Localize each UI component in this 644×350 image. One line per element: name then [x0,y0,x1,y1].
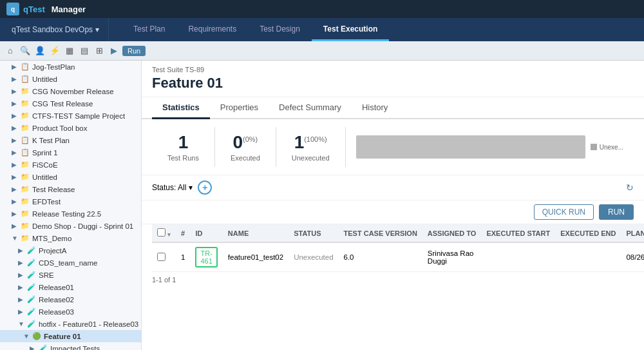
legend-dot-unexecuted [591,144,597,150]
toolbar-expand-icon[interactable]: ⊞ [93,44,106,57]
sidebar-item-cds-team[interactable]: ▶ 🧪 CDS_team_name [0,257,141,269]
tree-arrow: ▶ [12,161,18,168]
tab-defect-summary[interactable]: Defect Summary [269,97,352,119]
refresh-button[interactable]: ↻ [626,182,634,193]
sidebar-item-release03[interactable]: ▶ 🧪 Release03 [0,306,141,318]
tab-properties[interactable]: Properties [210,97,269,119]
tree-arrow: ▶ [12,112,18,119]
col-planned-start[interactable]: PLANNED START [621,224,644,242]
folder-icon: 📁 [21,234,30,242]
toolbar-play-icon[interactable]: ▶ [108,44,120,57]
sidebar-item-test-release[interactable]: ▶ 📁 Test Release [0,183,141,195]
folder-icon: 📁 [21,209,30,218]
sidebar-item-feature01[interactable]: ▼ 🟢 Feature 01 [0,330,141,342]
sidebar-item-mts-demo[interactable]: ▼ 📁 MTS_Demo [0,232,141,244]
row-tc-version: 6.0 [339,242,422,272]
chart-bar [356,135,585,159]
row-id: TR-461 [190,242,222,272]
sidebar-item-jog-testplan[interactable]: ▶ 📋 Jog-TestPlan [0,61,141,73]
folder-icon: 📁 [21,124,30,132]
tab-test-plan[interactable]: Test Plan [122,18,176,41]
tree-arrow: ▶ [12,222,18,229]
tab-test-design[interactable]: Test Design [248,18,312,41]
sidebar-item-csg-november[interactable]: ▶ 📁 CSG November Release [0,85,141,97]
sidebar-item-demo-shop[interactable]: ▶ 📁 Demo Shop - Duggi - Sprint 01 [0,220,141,232]
status-badge: Unexecuted [294,253,333,261]
chart-legend: Unexe... [591,144,623,151]
sidebar-label: Jog-TestPlan [32,63,75,71]
toolbar-user-icon[interactable]: 👤 [33,44,46,57]
tab-test-execution[interactable]: Test Execution [312,18,389,41]
sidebar-label: FiSCoE [32,161,58,169]
sidebar-item-efdtest[interactable]: ▶ 📁 EFDTest [0,195,141,208]
toolbar-home-icon[interactable]: ⌂ [4,44,17,57]
app-product: Manager [52,5,86,14]
sidebar-item-hotfix[interactable]: ▼ 🧪 hotfix - Feature01 - Release03 [0,318,141,330]
feature-icon: 🟢 [32,332,41,340]
content-area: Test Suite TS-89 Feature 01 Statistics P… [142,61,644,350]
sidebar-item-k-test-plan[interactable]: ▶ 📋 K Test Plan [0,134,141,146]
plan-icon: 📋 [21,63,30,71]
sidebar-item-release02[interactable]: ▶ 🧪 Release02 [0,293,141,306]
test-icon: 🧪 [27,271,36,279]
toolbar-filter-icon[interactable]: ⚡ [48,44,61,57]
col-status[interactable]: STATUS [289,224,338,242]
tree-arrow: ▶ [18,271,24,278]
tree-arrow: ▶ [12,63,18,70]
unexecuted-label: Unexecuted [292,154,330,162]
toolbar-search-icon[interactable]: 🔍 [19,44,32,57]
tab-statistics[interactable]: Statistics [152,97,210,119]
sidebar-label: Release02 [39,296,74,304]
project-dropdown[interactable]: qTest Sandbox DevOps ▾ [6,18,109,41]
sidebar-label: Release Testing 22.5 [32,210,101,218]
run-button[interactable]: RUN [599,204,634,220]
unexecuted-pct: (100%) [304,135,327,143]
test-icon: 🧪 [27,246,36,255]
stat-test-runs: 1 Test Runs [152,127,215,167]
col-executed-start[interactable]: EXECUTED START [481,224,555,242]
sidebar-item-product-toolbox[interactable]: ▶ 📁 Product Tool box [0,122,141,134]
tab-requirements[interactable]: Requirements [176,18,248,41]
col-executed-end[interactable]: EXECUTED END [555,224,621,242]
tree-arrow: ▶ [30,345,36,350]
project-name: qTest Sandbox DevOps [12,25,93,34]
col-number[interactable]: # [176,224,190,242]
select-all-checkbox[interactable] [157,228,166,237]
sidebar-item-ctfs[interactable]: ▶ 📁 CTFS-TEST Sample Project [0,110,141,122]
quick-run-button[interactable]: QUICK RUN [534,204,594,220]
tr-link[interactable]: TR-461 [195,247,217,267]
sidebar-item-sre[interactable]: ▶ 🧪 SRE [0,269,141,281]
tree-arrow: ▶ [18,296,24,303]
col-id[interactable]: ID [190,224,222,242]
nav-bar: qTest Sandbox DevOps ▾ Test Plan Require… [0,18,644,41]
app-name: qTest [23,5,45,14]
toolbar-layout-icon[interactable]: ▤ [78,44,91,57]
sidebar-item-release01[interactable]: ▶ 🧪 Release01 [0,281,141,293]
tree-arrow: ▶ [12,186,18,193]
add-filter-button[interactable]: + [198,180,212,195]
stats-section: 1 Test Runs 0(0%) Executed 1(100%) Unexe… [142,119,644,175]
folder-icon: 📁 [21,185,30,193]
row-checkbox[interactable] [157,253,166,261]
status-filter[interactable]: Status: All ▾ [152,183,193,192]
tab-history[interactable]: History [352,97,398,119]
toolbar-run-button[interactable]: Run [122,46,146,56]
sidebar-item-fiscoe[interactable]: ▶ 📁 FiSCoE [0,159,141,171]
tree-arrow: ▶ [18,284,24,291]
stat-executed: 0(0%) Executed [215,127,276,167]
sidebar-item-release-testing[interactable]: ▶ 📁 Release Testing 22.5 [0,208,141,220]
col-tc-version[interactable]: TEST CASE VERSION [339,224,422,242]
sidebar-item-untitled2[interactable]: ▶ 📁 Untitled [0,171,141,183]
sidebar-item-sprint1[interactable]: ▶ 📋 Sprint 1 [0,146,141,159]
table-header-row: ▾ # ID NAME STATUS TEST CASE VERSION ASS… [152,224,644,242]
col-assigned-to[interactable]: ASSIGNED TO [422,224,482,242]
sidebar-label: Untitled [32,173,57,181]
toolbar-grid-icon[interactable]: ▦ [63,44,76,57]
test-runs-label: Test Runs [167,154,199,162]
sidebar-item-untitled1[interactable]: ▶ 📋 Untitled [0,73,141,85]
sidebar-item-project-a[interactable]: ▶ 🧪 ProjectA [0,244,141,257]
sidebar-item-csg-test[interactable]: ▶ 📁 CSG Test Release [0,97,141,110]
sidebar-item-impacted-tests[interactable]: ▶ 🧪 Impacted Tests [0,342,141,350]
col-name[interactable]: NAME [223,224,289,242]
unexecuted-count: 1(100%) [292,132,330,153]
